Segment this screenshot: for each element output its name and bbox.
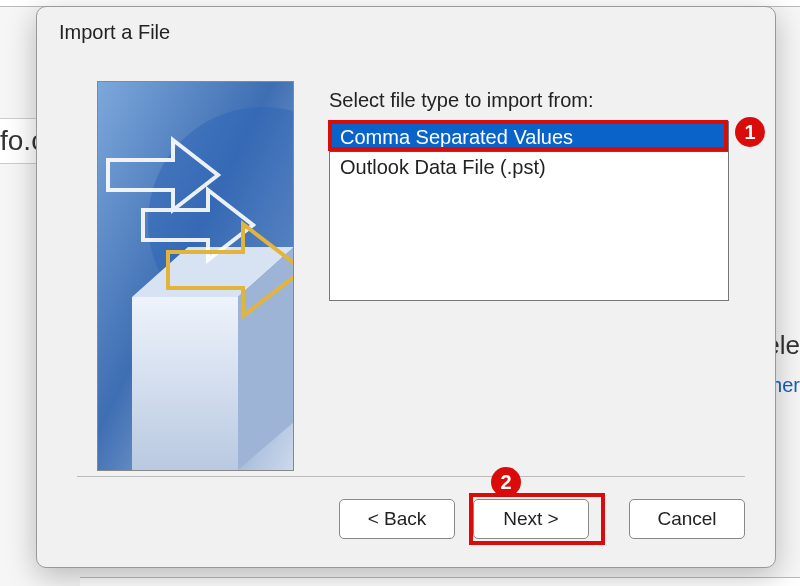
- file-type-prompt: Select file type to import from:: [329, 89, 594, 112]
- dialog-separator: [77, 476, 745, 477]
- annotation-badge-1: 1: [735, 117, 765, 147]
- background-bottom-strip: [80, 577, 800, 586]
- file-type-option-csv[interactable]: Comma Separated Values: [330, 122, 728, 152]
- dialog-title: Import a File: [37, 7, 775, 44]
- wizard-arrow-graphic-icon: [98, 82, 293, 470]
- next-button[interactable]: Next >: [473, 499, 589, 539]
- button-spacer: [607, 499, 611, 539]
- file-type-option-pst[interactable]: Outlook Data File (.pst): [330, 152, 728, 182]
- dialog-button-row: < Back Next > Cancel: [339, 499, 745, 539]
- annotation-badge-2: 2: [491, 467, 521, 497]
- dialog-body: Select file type to import from: Comma S…: [97, 81, 735, 467]
- file-type-listbox[interactable]: Comma Separated Values Outlook Data File…: [329, 121, 729, 301]
- back-button[interactable]: < Back: [339, 499, 455, 539]
- wizard-illustration: [97, 81, 294, 471]
- import-wizard-dialog: Import a File: [36, 6, 776, 568]
- cancel-button[interactable]: Cancel: [629, 499, 745, 539]
- svg-marker-2: [132, 297, 238, 470]
